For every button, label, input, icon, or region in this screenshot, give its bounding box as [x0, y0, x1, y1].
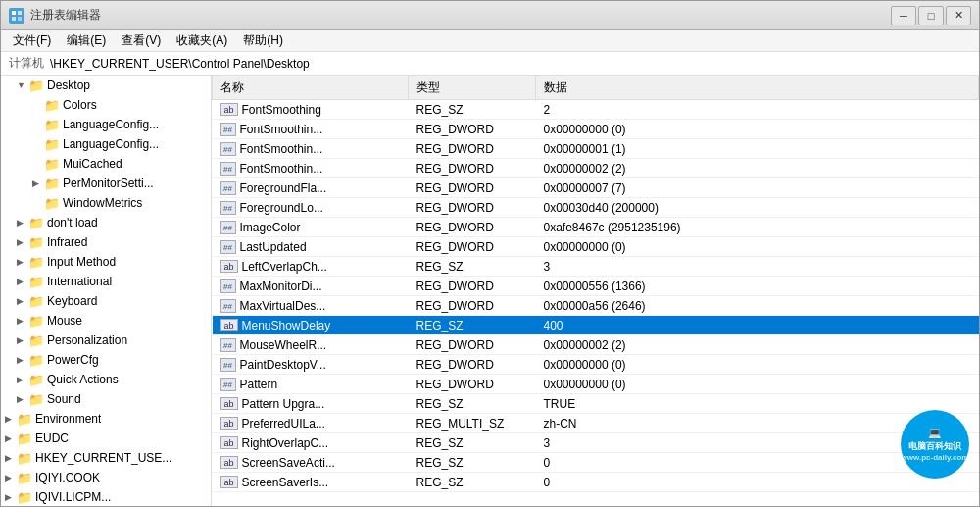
- expand-arrow: ▶: [5, 414, 17, 424]
- tree-node-dontload[interactable]: ▶ 📁 don't load: [1, 213, 211, 232]
- tree-node-environment[interactable]: ▶ 📁 Environment: [1, 409, 211, 429]
- cell-type: REG_DWORD: [409, 159, 536, 178]
- minimize-button[interactable]: ─: [891, 6, 916, 25]
- tree-node-windowmetrics[interactable]: 📁 WindowMetrics: [1, 193, 211, 213]
- table-row[interactable]: ## LastUpdated REG_DWORD 0x00000000 (0): [213, 237, 979, 257]
- tree-node-infrared[interactable]: ▶ 📁 Infrared: [1, 232, 211, 252]
- cell-data: 0xafe8467c (2951235196): [536, 218, 979, 237]
- menu-file[interactable]: 文件(F): [5, 30, 59, 51]
- expand-arrow: ▶: [17, 375, 28, 384]
- col-name[interactable]: 名称: [213, 76, 409, 100]
- node-label: Sound: [47, 392, 81, 406]
- cell-type: REG_SZ: [409, 473, 536, 492]
- table-row[interactable]: ## ForegroundFla... REG_DWORD 0x00000007…: [213, 178, 979, 198]
- expand-arrow: ▶: [17, 257, 28, 267]
- tree-node-sound[interactable]: ▶ 📁 Sound: [1, 389, 211, 409]
- cell-data: 0x00000a56 (2646): [536, 296, 979, 316]
- menu-edit[interactable]: 编辑(E): [59, 30, 114, 51]
- menu-favorites[interactable]: 收藏夹(A): [169, 30, 235, 51]
- table-row[interactable]: ab PreferredUILa... REG_MULTI_SZ zh-CN: [213, 414, 979, 433]
- tree-node-quickactions[interactable]: ▶ 📁 Quick Actions: [1, 370, 211, 389]
- tree-node-mouse[interactable]: ▶ 📁 Mouse: [1, 311, 211, 330]
- tree-node-personalization[interactable]: ▶ 📁 Personalization: [1, 330, 211, 350]
- table-row[interactable]: ## MouseWheelR... REG_DWORD 0x00000002 (…: [213, 335, 979, 355]
- cell-name: ## MaxVirtualDes...: [213, 296, 409, 316]
- table-row[interactable]: ab ScreenSaverIs... REG_SZ 0: [213, 473, 979, 492]
- node-label: Quick Actions: [47, 373, 119, 386]
- folder-icon: 📁: [28, 216, 44, 229]
- col-type[interactable]: 类型: [409, 76, 536, 100]
- table-row[interactable]: ## FontSmoothin... REG_DWORD 0x00000000 …: [213, 120, 979, 139]
- cell-data: 0x00000000 (0): [536, 375, 979, 394]
- node-label: Colors: [63, 98, 97, 112]
- cell-data: 0x00000000 (0): [536, 237, 979, 257]
- node-label: LanguageConfig...: [63, 137, 159, 151]
- type-icon: ##: [220, 378, 236, 391]
- cell-name: ab PreferredUILa...: [213, 414, 409, 433]
- address-label: 计算机: [9, 55, 44, 72]
- expand-arrow: ▶: [17, 355, 28, 365]
- type-icon: ab: [220, 319, 238, 331]
- menu-help[interactable]: 帮助(H): [235, 30, 291, 51]
- node-label: IQIYI.COOK: [35, 471, 100, 484]
- tree-node-keyboard[interactable]: ▶ 📁 Keyboard: [1, 291, 211, 311]
- table-row[interactable]: ab Pattern Upgra... REG_SZ TRUE: [213, 394, 979, 414]
- type-icon: ##: [220, 358, 236, 372]
- type-icon: ab: [220, 103, 238, 116]
- table-row[interactable]: ## ForegroundLo... REG_DWORD 0x00030d40 …: [213, 198, 979, 218]
- node-label: IQIVI.LICPM...: [35, 490, 111, 504]
- col-data[interactable]: 数据: [536, 76, 979, 100]
- table-row[interactable]: ab ScreenSaveActi... REG_SZ 0: [213, 453, 979, 473]
- node-label: Infrared: [47, 235, 87, 249]
- node-label: Mouse: [47, 314, 82, 328]
- tree-node-colors[interactable]: 📁 Colors: [1, 95, 211, 115]
- tree-node-powercfg[interactable]: ▶ 📁 PowerCfg: [1, 350, 211, 370]
- table-row[interactable]: ## FontSmoothin... REG_DWORD 0x00000002 …: [213, 159, 979, 178]
- expand-arrow: ▶: [17, 277, 28, 286]
- cell-data: 0x00000000 (0): [536, 355, 979, 375]
- cell-name: ## ForegroundLo...: [213, 198, 409, 218]
- tree-node-iqiyicook[interactable]: ▶ 📁 IQIYI.COOK: [1, 468, 211, 487]
- cell-name: ab FontSmoothing: [213, 100, 409, 120]
- cell-type: REG_DWORD: [409, 296, 536, 316]
- cell-name: ab ScreenSaveActi...: [213, 453, 409, 473]
- cell-data: 400: [536, 316, 979, 335]
- tree-node-languageconfig2[interactable]: 📁 LanguageConfig...: [1, 134, 211, 154]
- table-row[interactable]: ## PaintDesktopV... REG_DWORD 0x00000000…: [213, 355, 979, 375]
- table-row[interactable]: ab MenuShowDelay REG_SZ 400: [213, 316, 979, 335]
- tree-node-eudc[interactable]: ▶ 📁 EUDC: [1, 429, 211, 448]
- tree-node-iqivilicpm[interactable]: ▶ 📁 IQIVI.LICPM...: [1, 487, 211, 506]
- type-icon: ab: [220, 476, 238, 488]
- table-row[interactable]: ab RightOverlapC... REG_SZ 3: [213, 433, 979, 453]
- cell-name: ## MaxMonitorDi...: [213, 277, 409, 296]
- cell-name: ## FontSmoothin...: [213, 120, 409, 139]
- tree-node-languageconfig1[interactable]: 📁 LanguageConfig...: [1, 115, 211, 134]
- cell-data: 0x00000001 (1): [536, 139, 979, 159]
- tree-node-permonitor[interactable]: ▶ 📁 PerMonitorSetti...: [1, 174, 211, 193]
- table-row[interactable]: ab FontSmoothing REG_SZ 2: [213, 100, 979, 120]
- close-button[interactable]: ✕: [946, 6, 971, 25]
- cell-name: ## FontSmoothin...: [213, 159, 409, 178]
- type-icon: ##: [220, 221, 236, 234]
- table-row[interactable]: ## ImageColor REG_DWORD 0xafe8467c (2951…: [213, 218, 979, 237]
- table-row[interactable]: ab LeftOverlapCh... REG_SZ 3: [213, 257, 979, 277]
- cell-data: 0x00000007 (7): [536, 178, 979, 198]
- tree-node-desktop[interactable]: ▼ 📁 Desktop: [1, 76, 211, 95]
- table-row[interactable]: ## FontSmoothin... REG_DWORD 0x00000001 …: [213, 139, 979, 159]
- registry-pane: 名称 类型 数据 ab FontSmoothing REG_SZ 2 ## Fo…: [212, 76, 979, 506]
- tree-node-international[interactable]: ▶ 📁 International: [1, 272, 211, 291]
- table-row[interactable]: ## Pattern REG_DWORD 0x00000000 (0): [213, 375, 979, 394]
- main-content: ▼ 📁 Desktop 📁 Colors 📁 LanguageConfig...…: [1, 76, 979, 506]
- type-icon: ##: [220, 338, 236, 352]
- table-row[interactable]: ## MaxVirtualDes... REG_DWORD 0x00000a56…: [213, 296, 979, 316]
- svg-rect-3: [18, 17, 22, 21]
- table-row[interactable]: ## MaxMonitorDi... REG_DWORD 0x00000556 …: [213, 277, 979, 296]
- menu-view[interactable]: 查看(V): [114, 30, 169, 51]
- node-label: don't load: [47, 216, 98, 229]
- maximize-button[interactable]: □: [918, 6, 944, 25]
- tree-node-muicached[interactable]: 📁 MuiCached: [1, 154, 211, 174]
- svg-rect-1: [18, 11, 22, 15]
- cell-data: 0x00000000 (0): [536, 120, 979, 139]
- tree-node-hkcu[interactable]: ▶ 📁 HKEY_CURRENT_USE...: [1, 448, 211, 468]
- tree-node-inputmethod[interactable]: ▶ 📁 Input Method: [1, 252, 211, 272]
